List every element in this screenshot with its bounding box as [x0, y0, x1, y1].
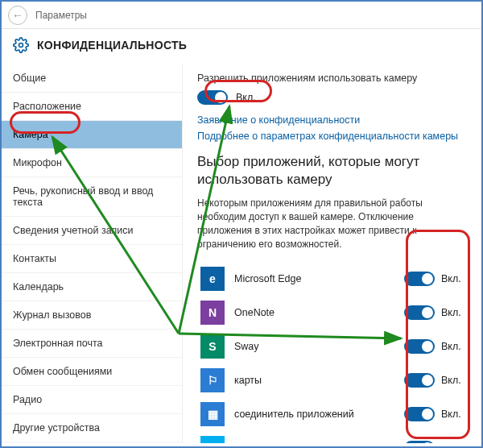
app-toggle-label: Вкл.	[441, 273, 464, 284]
sidebar-item-2[interactable]: Камера	[2, 121, 182, 149]
app-toggle-wrap: Вкл.	[404, 305, 464, 320]
content-pane: Разрешить приложениям использовать камер…	[183, 64, 481, 443]
master-toggle-label: Вкл.	[236, 92, 256, 103]
conn-icon: ▦	[200, 402, 225, 426]
app-name-label: карты	[234, 375, 404, 386]
app-row-conn: ▦соединитель приложенийВкл.	[197, 397, 467, 431]
sidebar-item-4[interactable]: Речь, рукописный ввод и ввод текста	[2, 177, 182, 217]
app-name-label: OneNote	[234, 307, 404, 318]
page-header: КОНФИДЕНЦИАЛЬНОСТЬ	[2, 29, 481, 64]
app-row-edge: eMicrosoft EdgeВкл.	[197, 262, 467, 296]
allow-apps-text: Разрешить приложениям использовать камер…	[197, 73, 467, 84]
app-toggle-label: Вкл.	[441, 307, 464, 318]
master-toggle-row: Вкл.	[197, 90, 467, 105]
app-toggle-skype[interactable]	[404, 441, 435, 443]
app-toggle-wrap: Вкл.	[404, 407, 464, 421]
app-name-label: Microsoft Edge	[234, 273, 404, 284]
app-row-maps: ⚐картыВкл.	[197, 363, 467, 397]
app-toggle-edge[interactable]	[404, 272, 435, 286]
sidebar-item-10[interactable]: Обмен сообщениями	[2, 358, 182, 386]
app-name-label: Сообщения и Skype	[234, 442, 404, 443]
app-toggle-wrap: Вкл.	[404, 339, 464, 354]
apps-list: eMicrosoft EdgeВкл.NOneNoteВкл.SSwayВкл.…	[197, 262, 467, 443]
app-toggle-label: Вкл.	[441, 375, 464, 386]
app-row-skype: ✉Сообщения и SkypeВкл.	[197, 431, 467, 443]
sway-icon: S	[200, 334, 225, 359]
app-row-onenote: NOneNoteВкл.	[197, 296, 467, 330]
app-name-label: соединитель приложений	[234, 409, 404, 420]
onenote-icon: N	[200, 301, 225, 325]
sidebar-item-8[interactable]: Журнал вызовов	[2, 301, 182, 330]
app-toggle-maps[interactable]	[404, 373, 435, 388]
app-toggle-conn[interactable]	[404, 407, 435, 421]
page-title: КОНФИДЕНЦИАЛЬНОСТЬ	[37, 39, 187, 52]
app-toggle-label: Вкл.	[441, 409, 464, 420]
apps-section-title: Выбор приложений, которые могут использо…	[197, 153, 467, 189]
back-button[interactable]: ←	[8, 6, 27, 25]
skype-icon: ✉	[200, 436, 225, 443]
sidebar-item-9[interactable]: Электронная почта	[2, 330, 182, 358]
sidebar-item-11[interactable]: Радио	[2, 386, 182, 414]
app-name: Параметры	[35, 10, 87, 21]
app-toggle-wrap: Вкл.	[404, 272, 464, 286]
app-toggle-label: Вкл.	[441, 442, 464, 443]
body: ОбщиеРасположениеКамераМикрофонРечь, рук…	[2, 64, 481, 443]
gear-icon	[13, 37, 29, 53]
sidebar-item-6[interactable]: Контакты	[2, 245, 182, 273]
app-toggle-label: Вкл.	[441, 341, 464, 352]
edge-icon: e	[200, 267, 225, 291]
apps-section-desc: Некоторым приложениям для правильной раб…	[197, 197, 467, 251]
sidebar-item-5[interactable]: Сведения учетной записи	[2, 217, 182, 245]
app-toggle-wrap: Вкл.	[404, 373, 464, 388]
svg-point-0	[19, 44, 23, 48]
app-row-sway: SSwayВкл.	[197, 330, 467, 363]
app-toggle-wrap: Вкл.	[404, 441, 464, 443]
sidebar-item-13[interactable]: Отзывы и диагностика	[2, 442, 182, 443]
titlebar: ← Параметры	[2, 2, 481, 29]
sidebar-item-0[interactable]: Общие	[2, 64, 182, 93]
sidebar-item-12[interactable]: Другие устройства	[2, 414, 182, 442]
master-toggle[interactable]	[197, 90, 228, 105]
learn-more-link[interactable]: Подробнее о параметрах конфиденциальност…	[197, 131, 467, 142]
app-toggle-onenote[interactable]	[404, 305, 435, 320]
sidebar: ОбщиеРасположениеКамераМикрофонРечь, рук…	[2, 64, 183, 443]
privacy-statement-link[interactable]: Заявление о конфиденциальности	[197, 114, 467, 126]
arrow-left-icon: ←	[12, 9, 23, 22]
sidebar-item-1[interactable]: Расположение	[2, 93, 182, 121]
maps-icon: ⚐	[200, 368, 225, 392]
app-toggle-sway[interactable]	[404, 339, 435, 354]
sidebar-item-7[interactable]: Календарь	[2, 273, 182, 301]
settings-window: ← Параметры КОНФИДЕНЦИАЛЬНОСТЬ ОбщиеРасп…	[0, 0, 483, 448]
sidebar-item-3[interactable]: Микрофон	[2, 149, 182, 177]
app-name-label: Sway	[234, 341, 404, 352]
